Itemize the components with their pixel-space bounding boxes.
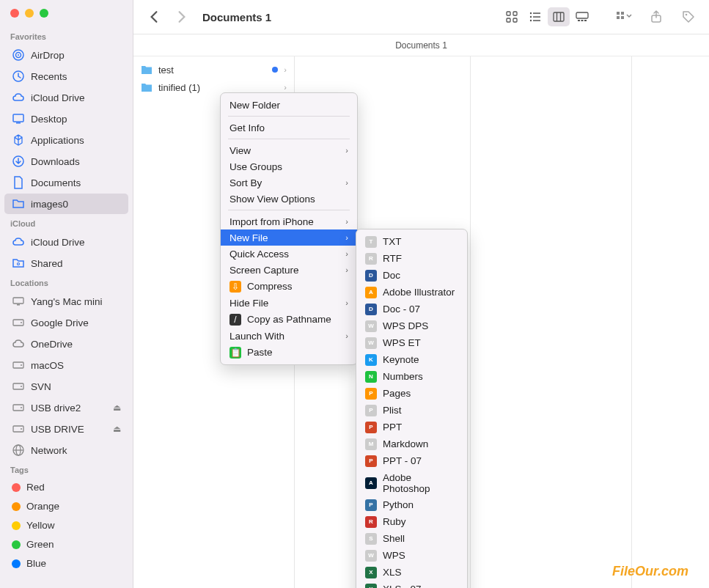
menu-item-view[interactable]: View› [221,142,357,158]
sidebar-item-applications[interactable]: Applications [4,130,128,150]
sidebar-item-macos[interactable]: macOS [4,355,128,375]
sidebar-item-desktop[interactable]: Desktop [4,109,128,129]
sidebar-item-airdrop[interactable]: AirDrop [4,45,128,65]
list-view-button[interactable] [524,7,546,26]
submenu-item-pages[interactable]: PPages [356,385,467,402]
sidebar-item-downloads[interactable]: Downloads [4,151,128,172]
submenu-item-rtf[interactable]: RRTF [356,250,467,267]
tag-dot [12,483,21,492]
menu-item-quick-access[interactable]: Quick Access› [221,246,357,262]
menu-item-label: Compress [247,281,348,292]
share-button[interactable] [646,7,666,27]
gallery-view-button[interactable] [571,7,593,26]
menu-item-new-folder[interactable]: New Folder [221,97,357,113]
submenu-item-adobe-photoshop[interactable]: AAdobe Photoshop [356,469,467,496]
sidebar-item-label: Shared [31,258,63,269]
sidebar-item-documents[interactable]: Documents [4,172,128,193]
menu-item-import-from-iphone[interactable]: Import from iPhone› [221,213,357,229]
svg-rect-5 [16,122,21,124]
sidebar-item-icloud-drive[interactable]: iCloud Drive [4,232,128,252]
menu-item-compress[interactable]: ⇩Compress [221,278,357,295]
menu-item-screen-capture[interactable]: Screen Capture› [221,262,357,278]
back-button[interactable] [144,7,164,27]
pathname-icon: / [229,314,241,326]
menu-item-launch-with[interactable]: Launch With› [221,328,357,344]
submenu-item-xls-07[interactable]: XXLS - 07 [356,581,467,588]
group-button[interactable] [614,7,634,27]
submenu-item-shell[interactable]: SShell [356,530,467,547]
icon-view-button[interactable] [501,7,523,26]
chevron-right-icon: › [284,83,287,92]
menu-item-paste[interactable]: 📋Paste [221,344,357,361]
submenu-item-wps[interactable]: WWPS [356,547,467,564]
sidebar-item-recents[interactable]: Recents [4,66,128,87]
sidebar-item-shared[interactable]: Shared [4,253,128,273]
menu-item-hide-file[interactable]: Hide File› [221,295,357,311]
chevron-right-icon: › [345,265,348,274]
submenu-item-ppt-07[interactable]: PPPT - 07 [356,452,467,469]
svg-point-2 [18,54,19,56]
disk-icon [12,316,25,329]
cloud-icon [12,91,25,104]
menu-item-get-info[interactable]: Get Info [221,120,357,136]
submenu-item-doc-07[interactable]: DDoc - 07 [356,301,467,317]
sidebar-item-usb-drive2[interactable]: USB drive2⏏ [4,397,128,418]
tag-button[interactable] [678,7,699,27]
menu-item-label: Quick Access [229,249,339,260]
menu-item-new-file[interactable]: New File› [221,229,357,246]
sidebar-item-svn[interactable]: SVN [4,376,128,397]
filetype-icon: R [365,516,377,528]
sidebar-item-yang-s-mac-mini[interactable]: Yang's Mac mini [4,291,128,312]
sidebar-item-onedrive[interactable]: OneDrive [4,334,128,354]
submenu-item-txt[interactable]: TTXT [356,233,467,250]
forward-button[interactable] [172,7,192,27]
column-3[interactable] [471,56,632,588]
menu-item-use-groups[interactable]: Use Groups [221,158,357,174]
sidebar-item-label: USB DRIVE [31,424,84,435]
submenu-item-ppt[interactable]: PPPT [356,419,467,436]
submenu-item-label: WPS [383,550,458,561]
sidebar-item-google-drive[interactable]: Google Drive [4,312,128,333]
submenu-item-numbers[interactable]: NNumbers [356,368,467,385]
submenu-item-label: Doc - 07 [383,304,458,315]
sidebar-item-icloud-drive[interactable]: iCloud Drive [4,87,128,108]
maximize-button[interactable] [40,9,48,18]
sidebar-item-images0[interactable]: images0 [4,194,128,214]
sidebar-item-label: Applications [31,135,84,146]
menu-item-copy-as-pathname[interactable]: /Copy as Pathname [221,311,357,328]
menu-item-sort-by[interactable]: Sort By› [221,174,357,191]
sidebar-item-network[interactable]: Network [4,440,128,460]
submenu-item-xls[interactable]: XXLS [356,564,467,581]
tag-dot [12,559,21,568]
submenu-item-python[interactable]: PPython [356,496,467,513]
svg-point-15 [21,386,22,387]
sidebar-item-orange[interactable]: Orange [4,497,128,515]
submenu-item-wps-et[interactable]: WWPS ET [356,334,467,351]
close-button[interactable] [10,9,19,18]
context-menu: New FolderGet InfoView›Use GroupsSort By… [220,92,358,365]
chevron-right-icon: › [345,298,348,307]
file-row[interactable]: test › [133,61,294,78]
download-icon [12,155,25,168]
sidebar-item-label: iCloud Drive [31,237,85,248]
eject-icon[interactable]: ⏏ [113,403,121,413]
column-view-button[interactable] [548,7,570,26]
sidebar-item-yellow[interactable]: Yellow [4,516,128,534]
submenu-item-doc[interactable]: DDoc [356,267,467,284]
submenu-item-wps-dps[interactable]: WWPS DPS [356,317,467,334]
minimize-button[interactable] [25,9,34,18]
submenu-item-plist[interactable]: PPlist [356,402,467,419]
submenu-item-keynote[interactable]: KKeynote [356,351,467,368]
sidebar-item-usb-drive[interactable]: USB DRIVE⏏ [4,419,128,439]
sidebar-item-green[interactable]: Green [4,535,128,554]
clock-icon [12,70,25,83]
submenu-item-adobe-illustrator[interactable]: AAdobe Illustrator [356,284,467,301]
submenu-item-ruby[interactable]: RRuby [356,513,467,530]
submenu-item-markdown[interactable]: MMarkdown [356,436,467,452]
sidebar-item-red[interactable]: Red [4,478,128,496]
sidebar-item-blue[interactable]: Blue [4,554,128,573]
eject-icon[interactable]: ⏏ [113,424,121,434]
svg-rect-25 [507,18,510,22]
menu-item-show-view-options[interactable]: Show View Options [221,191,357,207]
svg-point-17 [21,407,22,408]
